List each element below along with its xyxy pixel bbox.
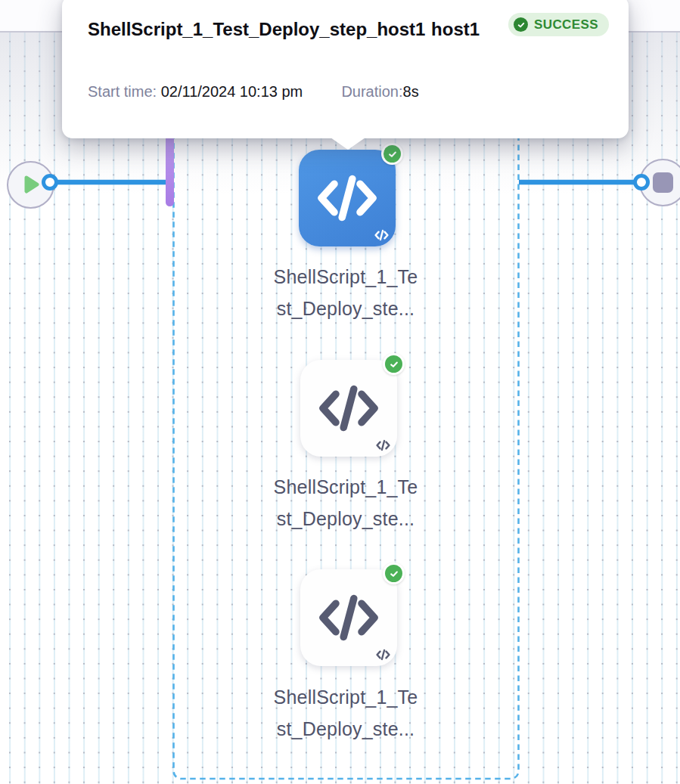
step-label-1: ShellScript_1_Te st_Deploy_ste... <box>240 261 452 324</box>
code-corner-icon <box>374 229 389 241</box>
success-check-icon <box>383 562 405 584</box>
step-info-tooltip: ShellScript_1_Test_Deploy_step_host1 hos… <box>62 0 629 138</box>
code-icon <box>316 172 378 224</box>
running-progress-bar <box>166 133 174 206</box>
code-icon <box>318 383 380 434</box>
duration-value: 8s <box>403 83 419 100</box>
step-node-2[interactable] <box>300 360 397 457</box>
play-icon <box>19 173 42 196</box>
stop-icon <box>653 172 673 193</box>
success-check-icon <box>381 143 403 165</box>
tooltip-meta-row: Start time: 02/11/2024 10:13 pm Duration… <box>88 83 419 101</box>
code-corner-icon <box>376 649 390 661</box>
tooltip-step-title: ShellScript_1_Test_Deploy_step_host1 hos… <box>88 12 489 47</box>
status-badge-label: SUCCESS <box>534 17 598 33</box>
start-connector-port <box>42 174 58 191</box>
success-check-icon <box>383 353 405 375</box>
code-corner-icon <box>376 439 390 451</box>
step-label-3: ShellScript_1_Te st_Deploy_ste... <box>240 681 452 745</box>
check-circle-icon <box>514 17 528 32</box>
start-time-value: 02/11/2024 10:13 pm <box>161 83 303 100</box>
status-badge: SUCCESS <box>508 13 609 36</box>
code-icon <box>318 592 380 643</box>
end-connector-port <box>633 174 650 191</box>
pipeline-execution-canvas[interactable]: ShellScript_1_Te st_Deploy_ste... <box>0 0 680 784</box>
start-time-label: Start time: <box>88 83 157 100</box>
duration-label: Duration: <box>341 83 402 100</box>
tooltip-caret <box>331 138 365 150</box>
step-label-2: ShellScript_1_Te st_Deploy_ste... <box>240 471 452 535</box>
step-node-1[interactable] <box>299 150 396 246</box>
step-node-3[interactable] <box>300 569 397 666</box>
